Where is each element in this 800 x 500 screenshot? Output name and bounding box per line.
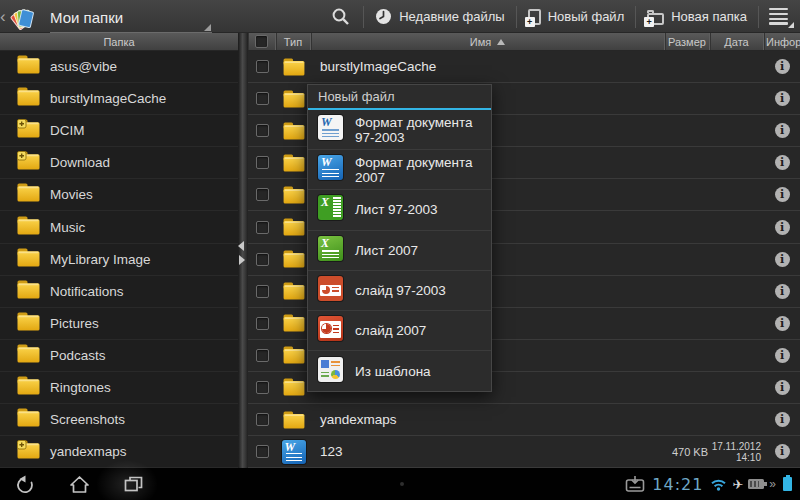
table-row[interactable]: yandexmapsi bbox=[248, 404, 800, 436]
sidebar-item-dcim[interactable]: DCIM bbox=[0, 115, 238, 147]
ppt2007-icon bbox=[318, 316, 343, 341]
back-button[interactable] bbox=[2, 468, 48, 500]
header-name[interactable]: Имя bbox=[311, 33, 665, 50]
word2007-icon-wrap: W bbox=[318, 155, 343, 184]
row-checkbox[interactable] bbox=[256, 413, 269, 426]
chevron-right-icon: » bbox=[769, 477, 776, 491]
row-type-cell bbox=[276, 218, 311, 236]
row-checkbox-cell bbox=[248, 349, 276, 362]
sidebar-item-music[interactable]: Music bbox=[0, 211, 238, 243]
panel-resize-handle[interactable] bbox=[238, 33, 248, 468]
location-spinner[interactable]: Мои папки bbox=[50, 4, 212, 33]
sidebar-item-burstlyimagecache[interactable]: burstlyImageCache bbox=[0, 83, 238, 115]
search-button[interactable] bbox=[318, 0, 363, 33]
header-type[interactable]: Тип bbox=[276, 33, 311, 50]
sidebar-item-asus-vibe[interactable]: asus@vibe bbox=[0, 51, 238, 83]
row-info-cell: i bbox=[764, 412, 800, 427]
table-row[interactable]: burstlyImageCachei bbox=[248, 51, 800, 83]
menu-item-excel2007[interactable]: XЛист 2007 bbox=[308, 231, 491, 271]
row-checkbox[interactable] bbox=[256, 92, 269, 105]
row-checkbox[interactable] bbox=[256, 60, 269, 73]
info-icon[interactable]: i bbox=[775, 252, 790, 267]
sort-ascending-icon bbox=[497, 39, 505, 45]
row-checkbox[interactable] bbox=[256, 445, 269, 458]
ppt2007-icon-wrap bbox=[318, 316, 343, 345]
header-info[interactable]: Инфор bbox=[764, 33, 800, 50]
home-button[interactable] bbox=[56, 468, 102, 500]
sidebar-item-podcasts[interactable]: Podcasts bbox=[0, 340, 238, 372]
info-icon[interactable]: i bbox=[775, 59, 790, 74]
status-tray[interactable]: 14:21 ✈ » bbox=[625, 468, 792, 500]
header-size[interactable]: Размер bbox=[665, 33, 710, 50]
row-checkbox[interactable] bbox=[256, 349, 269, 362]
header-select-all[interactable] bbox=[248, 33, 276, 50]
folder-name: Notifications bbox=[50, 284, 124, 299]
info-icon[interactable]: i bbox=[775, 91, 790, 106]
info-icon[interactable]: i bbox=[775, 284, 790, 299]
menu-item-excel97[interactable]: XЛист 97-2003 bbox=[308, 190, 491, 230]
info-icon[interactable]: i bbox=[775, 316, 790, 331]
info-icon[interactable]: i bbox=[775, 187, 790, 202]
excel2007-icon-wrap: X bbox=[318, 236, 343, 265]
menu-item-word2007[interactable]: WФормат документа 2007 bbox=[308, 150, 491, 190]
up-caret-icon[interactable]: ‹ bbox=[0, 0, 7, 33]
app-logo-icon[interactable] bbox=[10, 3, 40, 29]
folder-icon bbox=[283, 90, 305, 108]
row-checkbox[interactable] bbox=[256, 381, 269, 394]
info-icon[interactable]: i bbox=[775, 444, 790, 459]
overflow-menu-button[interactable] bbox=[759, 0, 800, 33]
sidebar-item-mylibrary-image[interactable]: MyLibrary Image bbox=[0, 244, 238, 276]
row-checkbox[interactable] bbox=[256, 285, 269, 298]
folder-icon-wrap bbox=[17, 216, 40, 239]
folder-icon bbox=[17, 280, 40, 299]
info-icon[interactable]: i bbox=[775, 380, 790, 395]
select-all-checkbox[interactable] bbox=[255, 35, 268, 48]
info-icon[interactable]: i bbox=[775, 123, 790, 138]
table-row[interactable]: W123470 KB17.11.201214:10i bbox=[248, 436, 800, 468]
info-icon[interactable]: i bbox=[775, 155, 790, 170]
info-icon[interactable]: i bbox=[775, 220, 790, 235]
menu-item-template[interactable]: Из шаблона bbox=[308, 351, 491, 391]
menu-item-ppt2007[interactable]: слайд 2007 bbox=[308, 311, 491, 351]
sidebar-item-movies[interactable]: Movies bbox=[0, 179, 238, 211]
row-checkbox[interactable] bbox=[256, 124, 269, 137]
sidebar-item-download[interactable]: Download bbox=[0, 147, 238, 179]
row-checkbox[interactable] bbox=[256, 188, 269, 201]
info-icon[interactable]: i bbox=[775, 348, 790, 363]
folder-icon-wrap bbox=[17, 87, 40, 110]
sidebar-item-ringtones[interactable]: Ringtones bbox=[0, 372, 238, 404]
row-checkbox-cell bbox=[248, 60, 276, 73]
template-icon-wrap bbox=[318, 357, 343, 386]
folder-icon bbox=[283, 58, 305, 76]
header-date[interactable]: Дата bbox=[710, 33, 764, 50]
folder-icon-wrap bbox=[17, 280, 40, 303]
row-checkbox[interactable] bbox=[256, 156, 269, 169]
menu-item-label: слайд 97-2003 bbox=[355, 283, 446, 298]
recent-files-button[interactable]: Недавние файлы bbox=[364, 0, 515, 33]
folder-icon bbox=[283, 122, 305, 140]
sidebar-item-pictures[interactable]: Pictures bbox=[0, 308, 238, 340]
folder-name: burstlyImageCache bbox=[50, 91, 166, 106]
sidebar-item-screenshots[interactable]: Screenshots bbox=[0, 404, 238, 436]
ppt97-icon bbox=[318, 276, 343, 301]
folder-icon bbox=[283, 250, 305, 268]
new-file-button[interactable]: + Новый файл bbox=[517, 0, 636, 33]
menu-item-ppt97[interactable]: слайд 97-2003 bbox=[308, 271, 491, 311]
row-type-cell bbox=[276, 58, 311, 76]
folder-icon bbox=[283, 218, 305, 236]
wifi-icon bbox=[710, 477, 727, 491]
new-folder-button[interactable]: + Новая папка bbox=[636, 0, 758, 33]
menu-item-word97[interactable]: WФормат документа 97-2003 bbox=[308, 110, 491, 150]
excel2007-icon: X bbox=[318, 236, 343, 261]
sidebar-item-notifications[interactable]: Notifications bbox=[0, 276, 238, 308]
row-checkbox-cell bbox=[248, 381, 276, 394]
dock-battery-icon bbox=[748, 479, 764, 489]
file-name: yandexmaps bbox=[311, 412, 665, 427]
info-icon[interactable]: i bbox=[775, 412, 790, 427]
recent-apps-button[interactable] bbox=[110, 468, 156, 500]
row-checkbox[interactable] bbox=[256, 253, 269, 266]
row-checkbox[interactable] bbox=[256, 317, 269, 330]
folder-name: Ringtones bbox=[50, 380, 111, 395]
folder-name: Screenshots bbox=[50, 412, 125, 427]
row-checkbox[interactable] bbox=[256, 221, 269, 234]
